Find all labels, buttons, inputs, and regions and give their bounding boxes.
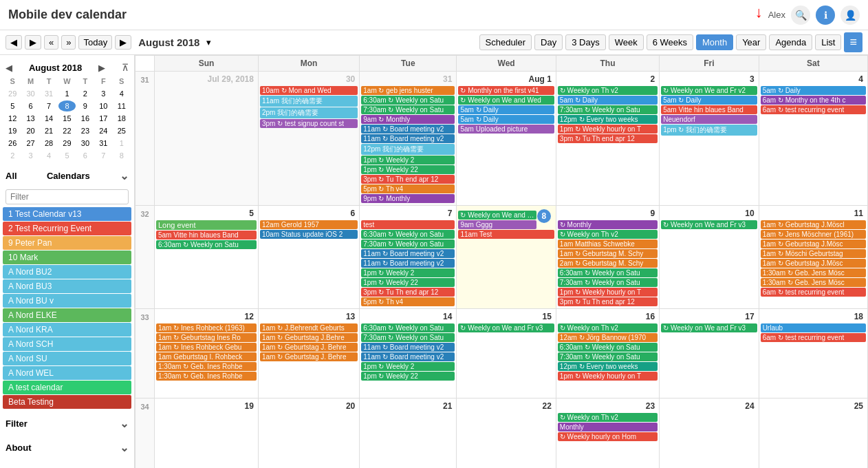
mini-day[interactable]: 28 bbox=[41, 138, 57, 149]
mini-day[interactable]: 3 bbox=[95, 88, 111, 99]
cal-item-13[interactable]: A test calendar bbox=[3, 381, 131, 394]
double-prev-btn[interactable]: « bbox=[44, 35, 58, 50]
event[interactable]: 11am ↻ Board meeting v2 bbox=[361, 352, 455, 361]
event[interactable]: 1am ↻ Geburtstag Ines Ro bbox=[156, 333, 257, 342]
event[interactable]: ↻ Weekly on We and Fr v3 bbox=[661, 323, 757, 332]
event[interactable]: 3pm ↻ Tu Th end apr 12 bbox=[361, 175, 455, 184]
mini-day[interactable]: 8 bbox=[113, 150, 130, 161]
week-btn[interactable]: Week bbox=[609, 34, 644, 50]
event[interactable]: Urlaub bbox=[761, 323, 866, 332]
mini-day[interactable]: 4 bbox=[113, 88, 130, 99]
event[interactable]: ↻ Weekly on We and Wed bbox=[458, 96, 554, 105]
event[interactable]: 7:30am ↻ Weekly on Satu bbox=[558, 278, 658, 287]
user-icon[interactable]: 👤 bbox=[840, 6, 860, 25]
day-aug10[interactable]: 10 ↻ Weekly on We and Fr v3 bbox=[660, 206, 759, 309]
day-aug4[interactable]: 4 5am ↻ Daily 6am ↻ Monthy on the 4th c … bbox=[759, 72, 867, 206]
event[interactable]: 3pm ↻ Tu Th end apr 12 bbox=[361, 288, 455, 297]
list-btn[interactable]: List bbox=[815, 34, 841, 50]
event[interactable]: ↻ Weekly on Th v2 bbox=[558, 86, 658, 95]
mini-day[interactable]: 23 bbox=[77, 125, 94, 136]
cal-item-3[interactable]: 9 Peter Pan bbox=[3, 236, 131, 250]
day-aug6[interactable]: 6 12am Gerold 1957 10am Status update iO… bbox=[258, 206, 359, 309]
day-aug22[interactable]: 22 bbox=[457, 398, 556, 469]
menu-btn[interactable]: ≡ bbox=[844, 32, 862, 52]
event[interactable]: ↻ Weekly on We and Fr v3 bbox=[661, 220, 757, 229]
mini-day[interactable]: 31 bbox=[41, 88, 57, 99]
cal-item-5[interactable]: A Nord BU2 bbox=[3, 265, 131, 279]
event[interactable]: 9am ↻ Monthly bbox=[361, 115, 455, 124]
event[interactable]: 12pm 我们的确需要 bbox=[361, 144, 455, 155]
day-aug23[interactable]: 23 ↻ Weekly on Th v2 Monthly ↻ Weekly ho… bbox=[556, 398, 659, 469]
day-aug18[interactable]: 18 Urlaub 6am ↻ test recurring event bbox=[759, 309, 867, 398]
day-aug15[interactable]: 15 ↻ Weekly on We and Fr v3 bbox=[457, 309, 556, 398]
event[interactable]: 11am ↻ Board meeting v2 bbox=[361, 259, 455, 268]
mini-day[interactable]: 17 bbox=[95, 113, 111, 124]
event[interactable]: 7:30am ↻ Weekly on Satu bbox=[361, 240, 455, 248]
event[interactable]: 1am ↻ geb jens huster bbox=[361, 86, 455, 95]
mini-day[interactable]: 7 bbox=[95, 150, 111, 161]
event[interactable]: 1am ↻ Jens Möschner (1961) bbox=[761, 230, 866, 239]
event[interactable]: 1:30am ↻ Geb. Ines Rohbe bbox=[156, 362, 257, 371]
mini-day[interactable]: 10 bbox=[95, 100, 111, 111]
event[interactable]: ↻ Weekly on Th v2 bbox=[558, 230, 658, 239]
day-aug17[interactable]: 17 ↻ Weekly on We and Fr v3 bbox=[660, 309, 759, 398]
calendar-filter-input[interactable] bbox=[6, 189, 129, 204]
day-jul31[interactable]: 31 1am ↻ geb jens huster 6:30am ↻ Weekly… bbox=[360, 72, 457, 206]
event[interactable]: 12am Gerold 1957 bbox=[260, 220, 358, 229]
agenda-btn[interactable]: Agenda bbox=[769, 34, 812, 50]
event[interactable]: 1am ↻ Möschi Geburtstag bbox=[761, 249, 866, 258]
event[interactable]: 5pm ↻ Th v4 bbox=[361, 184, 455, 193]
mini-next-btn[interactable]: ▶ bbox=[98, 63, 105, 73]
mini-day[interactable]: 6 bbox=[22, 100, 39, 111]
day-aug12[interactable]: 12 1am ↻ Ines Rohbeck (1963) 1am ↻ Gebur… bbox=[155, 309, 259, 398]
event[interactable]: ↻ Weekly on Th v2 bbox=[558, 413, 658, 422]
event[interactable]: 1am ↻ Geburtstag M. Schy bbox=[558, 249, 658, 258]
mini-day[interactable]: 14 bbox=[41, 113, 57, 124]
day-aug9[interactable]: 9 ↻ Monthly ↻ Weekly on Th v2 1am Matthi… bbox=[556, 206, 659, 309]
mini-day[interactable]: 12 bbox=[4, 113, 21, 124]
event[interactable]: Monthly bbox=[558, 423, 658, 432]
mini-day[interactable]: 1 bbox=[58, 88, 75, 99]
filter-expand[interactable]: ⌄ bbox=[120, 417, 129, 430]
event[interactable]: 5am ↻ Daily bbox=[458, 105, 554, 114]
cal-item-10[interactable]: A Nord SCH bbox=[3, 337, 131, 351]
event[interactable]: 1am ↻ Geburtstag J. Behre bbox=[260, 343, 358, 352]
event[interactable]: 5am Vitte hin blaues Band bbox=[156, 231, 257, 240]
cal-item-2[interactable]: 2 Test Recurring Event bbox=[3, 222, 131, 235]
event[interactable]: 6:30am ↻ Weekly on Satu bbox=[558, 343, 658, 352]
event[interactable]: 1pm ↻ Weekly 22 bbox=[361, 165, 455, 174]
mini-prev-btn[interactable]: ◀ bbox=[6, 63, 12, 73]
event[interactable]: ↻ Monthly on the first v41 bbox=[458, 86, 554, 95]
day-aug5[interactable]: 5 Long event 5am Vitte hin blaues Band 6… bbox=[155, 206, 259, 309]
event[interactable]: 12pm ↻ Every two weeks bbox=[558, 115, 658, 124]
event[interactable]: 3pm ↻ Tu Th end apr 12 bbox=[558, 134, 658, 143]
next-month-btn[interactable]: ▶ bbox=[25, 35, 41, 50]
event[interactable]: 11am 我们的确需要 bbox=[260, 96, 358, 107]
event[interactable]: Neuendorf bbox=[661, 115, 757, 124]
calendars-section-header[interactable]: All Calendars ⌄ bbox=[0, 165, 134, 187]
today-btn[interactable]: Today bbox=[78, 35, 112, 50]
event[interactable]: 5am Vitte hin blaues Band bbox=[661, 105, 757, 114]
day-aug19[interactable]: 19 bbox=[155, 398, 259, 469]
event[interactable]: ↻ Weekly hourly on Hom bbox=[558, 432, 658, 441]
event[interactable]: 1pm ↻ Weekly 2 bbox=[361, 156, 455, 164]
3days-btn[interactable]: 3 Days bbox=[565, 34, 605, 50]
event[interactable]: 6am ↻ test recurring event bbox=[761, 333, 866, 342]
event[interactable]: 1pm ↻ Weekly 2 bbox=[361, 362, 455, 371]
event[interactable]: 1pm ↻ Weekly hourly on T bbox=[558, 372, 658, 381]
event[interactable]: ↻ Weekly on We and Fr v2 bbox=[661, 86, 757, 95]
event[interactable]: test bbox=[361, 220, 455, 229]
event[interactable]: 7:30am ↻ Weekly on Satu bbox=[361, 105, 455, 114]
year-btn[interactable]: Year bbox=[736, 34, 766, 50]
event[interactable]: 3pm ↻ test signup count st bbox=[260, 119, 358, 128]
mini-day[interactable]: 26 bbox=[4, 138, 21, 149]
mini-day[interactable]: 30 bbox=[77, 138, 94, 149]
long-event[interactable]: Long event bbox=[156, 220, 257, 230]
event[interactable]: 1pm ↻ Weekly hourly on T bbox=[558, 125, 658, 134]
event[interactable]: 6:30am ↻ Weekly on Satu bbox=[361, 230, 455, 239]
event[interactable]: 6:30am ↻ Weekly on Satu bbox=[361, 323, 455, 332]
event[interactable]: 6am ↻ test recurring event bbox=[761, 105, 866, 114]
day-jul29[interactable]: Jul 29, 2018 bbox=[155, 72, 259, 206]
day-aug16[interactable]: 16 ↻ Weekly on Th v2 12am ↻ Jörg Bannow … bbox=[556, 309, 659, 398]
day-aug3[interactable]: 3 ↻ Weekly on We and Fr v2 5am ↻ Daily 5… bbox=[660, 72, 759, 206]
